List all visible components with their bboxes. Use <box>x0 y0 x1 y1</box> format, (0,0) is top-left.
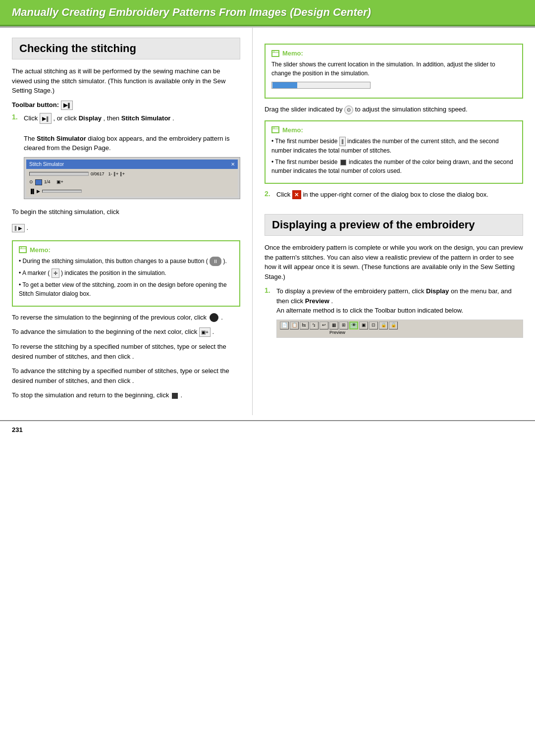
memo-top-text: The slider shows the current location in… <box>271 60 516 78</box>
page-header: Manually Creating Embroidery Patterns Fr… <box>0 0 535 26</box>
memo-bullet-1: • During the stitching simulation, this … <box>19 257 233 266</box>
page-footer: 231 <box>0 420 535 438</box>
reverse-stitches-text: To reverse the stitching by a specified … <box>12 342 240 361</box>
close-x-icon: ✕ <box>292 190 301 199</box>
section-title-checking: Checking the stitching <box>12 38 240 59</box>
memo-bullet-r2: • The first number beside indicates the … <box>271 158 516 175</box>
t-icon-12: 🔓 <box>389 322 398 329</box>
next-color-icon: ▣+ <box>199 327 211 337</box>
gear-drag-icon: ⊙ <box>344 106 353 114</box>
step-1-s2-number: 1. <box>265 286 274 294</box>
step-2: 2. Click ✕ in the upper-right corner of … <box>265 190 523 200</box>
slider-container <box>271 82 516 89</box>
memo-title-top: Memo: <box>271 50 516 57</box>
t-icon-9: ▣ <box>359 322 368 329</box>
svg-rect-3 <box>272 51 279 56</box>
svg-rect-6 <box>272 127 279 133</box>
stop-sim-text: To stop the simulation and return to the… <box>12 390 240 400</box>
step-1-s2-alternate: An alternate method is to click the Tool… <box>276 307 463 314</box>
step-1-s2-content: To display a preview of the embroidery p… <box>276 286 523 342</box>
step-2-text: in the upper-right corner of the dialog … <box>303 191 488 198</box>
header-title: Manually Creating Embroidery Patterns Fr… <box>0 0 535 26</box>
play-button-area: ‖ ▶ . <box>12 222 240 234</box>
memo-title-1: Memo: <box>19 246 233 254</box>
memo-box-1: Memo: • During the stitching simulation,… <box>12 240 240 307</box>
step-1-s2-display: Display <box>426 287 449 295</box>
section2-intro: Once the embroidery pattern is complete … <box>265 243 523 281</box>
step-1-stitch-sim: Stitch Simulator <box>121 114 171 121</box>
right-column: Memo: The slider shows the current locat… <box>253 28 535 415</box>
dialog-body: 0/0617 1- ‖+ ‖+ ⊙ 1/4 ▣+ ▐▌ ▶ <box>26 169 238 197</box>
needle-num-icon: ‖ <box>339 137 346 146</box>
t-icon-preview-hl: 👁 <box>349 322 358 329</box>
drag-text: Drag the slider indicated by ⊙ to adjust… <box>265 105 523 114</box>
advance-color-text: To advance the simulation to the beginni… <box>12 327 240 337</box>
color-box-icon <box>340 160 346 165</box>
t-icon-1: 📄 <box>280 322 289 329</box>
t-icon-5: ↩ <box>320 322 328 329</box>
main-content: Checking the stitching The actual stitch… <box>0 28 535 415</box>
step-1-icon: ▶‖ <box>40 113 52 124</box>
step-1-or: , or click <box>53 114 78 121</box>
t-icon-2: 📋 <box>290 322 299 329</box>
memo-bullet-3: • To get a better view of the stitching,… <box>19 280 233 298</box>
step-1-desc: The Stitch Simulator dialog box appears,… <box>24 135 230 152</box>
t-icon-10: ⊡ <box>369 322 378 329</box>
step-2-number: 2. <box>265 190 274 198</box>
step-1-number: 1. <box>12 113 22 121</box>
memo-icon-2 <box>271 126 279 133</box>
slider-fill <box>272 82 297 88</box>
section-title-preview: Displaying a preview of the embroidery <box>265 214 523 236</box>
step-1-content: Click ▶‖ , or click Display , then Stitc… <box>24 113 240 204</box>
step-1-s2: 1. To display a preview of the embroider… <box>265 286 523 342</box>
step-2-content: Click ✕ in the upper-right corner of the… <box>276 190 523 200</box>
toolbar-button-label: Toolbar button: ▶‖ <box>12 101 240 110</box>
toolbar-screenshot: 📄 📋 b₂ ʳ₂ ↩ ▦ ⊞ 👁 ▣ ⊡ 🔒 🔓 Preview <box>276 320 523 338</box>
memo-box-top: Memo: The slider shows the current locat… <box>265 44 523 99</box>
step-1-s2-text: To display a preview of the embroidery p… <box>276 287 426 295</box>
step-1-s2-preview: Preview <box>305 297 329 305</box>
preview-label: Preview <box>329 329 345 336</box>
step-1: 1. Click ▶‖ , or click Display , then St… <box>12 113 240 204</box>
memo-icon-1 <box>19 246 27 253</box>
pause-icon: ⏸ <box>210 257 221 266</box>
dialog-titlebar: Stitch Simulator ✕ <box>26 160 238 169</box>
step-1-click: Click <box>24 114 40 121</box>
svg-rect-0 <box>19 247 26 253</box>
slider-track <box>271 82 371 89</box>
step-1-s2-period: . <box>331 297 333 305</box>
step-1-display: Display <box>79 114 102 121</box>
stop-icon <box>172 393 178 399</box>
step-2-click: Click <box>276 191 292 198</box>
play-icon: ‖ ▶ <box>12 224 25 232</box>
left-column: Checking the stitching The actual stitch… <box>0 28 253 415</box>
memo-bullet-r1: • The first number beside ‖ indicates th… <box>271 137 516 155</box>
to-begin-text: To begin the stitching simulation, click <box>12 207 240 217</box>
t-icon-4: ʳ₂ <box>310 322 319 329</box>
dialog-screenshot: Stitch Simulator ✕ 0/0617 1- ‖+ ‖+ ⊙ <box>24 157 240 200</box>
t-icon-6: ▦ <box>329 322 338 329</box>
memo-title-2: Memo: <box>271 126 516 134</box>
t-icon-7: ⊞ <box>339 322 348 329</box>
step-1-period: . <box>172 114 174 121</box>
t-icon-3: b₂ <box>300 322 309 329</box>
intro-text: The actual stitching as it will be perfo… <box>12 66 240 96</box>
toolbar-icons-row: 📄 📋 b₂ ʳ₂ ↩ ▦ ⊞ 👁 ▣ ⊡ 🔒 🔓 <box>280 322 398 329</box>
crosshair-marker: ✛ <box>52 269 59 278</box>
toolbar-icon-stitch-sim: ▶‖ <box>61 101 73 110</box>
black-circle-btn <box>210 313 218 322</box>
memo-box-2: Memo: • The first number beside ‖ indica… <box>265 120 523 184</box>
t-icon-11: 🔒 <box>379 322 388 329</box>
step-1-then: , then <box>104 114 121 121</box>
advance-stitches-text: To advance the stitching by a specified … <box>12 366 240 385</box>
memo-bullet-2: • A marker ( ✛ ) indicates the position … <box>19 269 233 278</box>
page-number: 231 <box>12 426 23 433</box>
memo-icon-top <box>271 50 279 57</box>
reverse-color-text: To reverse the simulation to the beginni… <box>12 313 240 323</box>
